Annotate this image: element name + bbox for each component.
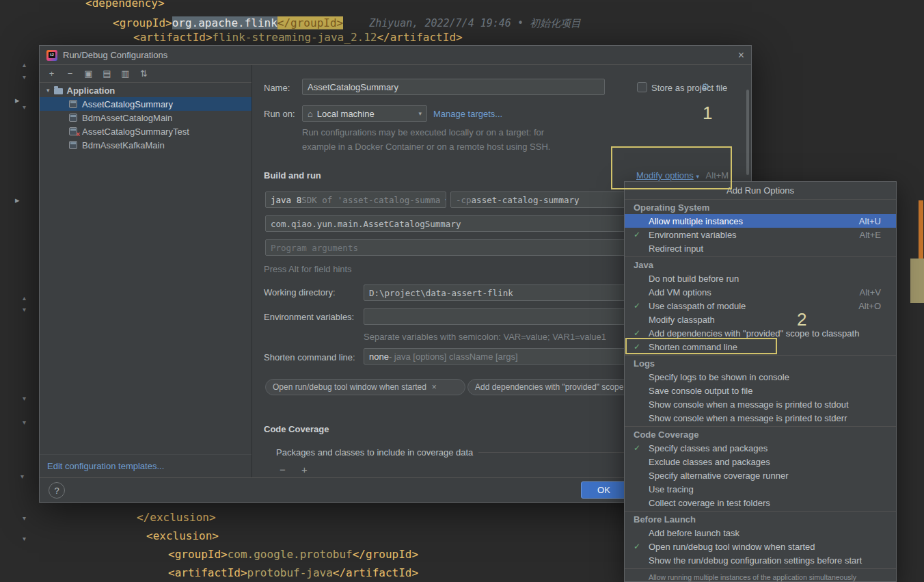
edit-templates-row: Edit configuration templates... — [40, 454, 252, 477]
working-directory-field[interactable]: D:\project\data-assert-flink — [364, 285, 626, 301]
jre-suffix: SDK of 'asset-catalog-summa — [301, 195, 440, 205]
program-arguments-field[interactable]: Program arguments — [265, 239, 626, 256]
gutter-marker-icon: ▾ — [21, 473, 24, 480]
remove-configuration-icon[interactable]: − — [65, 68, 75, 79]
popup-item-label: Use classpath of module — [649, 301, 746, 311]
popup-item-environment-variables[interactable]: ✓Environment variablesAlt+E — [625, 228, 896, 241]
popup-item-label: Modify classpath — [649, 315, 715, 325]
add-configuration-icon[interactable]: + — [46, 68, 57, 79]
popup-section-code-coverage: Code Coverage✓Specify classes and packag… — [625, 426, 896, 510]
tree-item-BdmAssetKafkaMain[interactable]: BdmAssetKafkaMain — [40, 138, 252, 152]
save-configuration-icon[interactable]: ▤ — [102, 68, 112, 79]
close-icon[interactable]: × — [738, 49, 744, 62]
popup-section-header: Operating System — [625, 200, 896, 214]
popup-section-header: Java — [625, 258, 896, 272]
cp-prefix: -cp — [456, 195, 472, 205]
tree-item-BdmAssetCatalogMain[interactable]: BdmAssetCatalogMain — [40, 111, 252, 124]
sort-configurations-icon[interactable]: ⇅ — [139, 68, 149, 79]
chip-add-dependencies[interactable]: Add dependencies with "provided" scope — [467, 379, 645, 395]
popup-item-specify-logs-to-be-shown-in-console[interactable]: Specify logs to be shown in console — [625, 370, 896, 384]
shorten-suffix: - java [options] className [args] — [389, 352, 518, 362]
run-on-select[interactable]: ⌂ Local machine ▾ — [302, 105, 427, 122]
popup-item-collect-coverage-in-test-folders[interactable]: Collect coverage in test folders — [625, 496, 896, 510]
popup-item-redirect-input[interactable]: Redirect input — [625, 241, 896, 255]
coverage-remove-button[interactable]: − — [280, 464, 286, 475]
dialog-scrollbar-thumb[interactable] — [746, 90, 749, 175]
popup-item-use-tracing[interactable]: Use tracing — [625, 482, 896, 496]
code-token-tag: </artifactId> — [333, 566, 418, 579]
tree-item-label: AssetCatalogSummaryTest — [82, 127, 189, 137]
edit-configuration-templates-link[interactable]: Edit configuration templates... — [47, 461, 164, 471]
popup-item-modify-classpath[interactable]: Modify classpath — [625, 313, 896, 326]
popup-item-do-not-build-before-run[interactable]: Do not build before run — [625, 272, 896, 285]
popup-item-label: Environment variables — [649, 230, 737, 240]
help-button[interactable]: ? — [49, 482, 65, 499]
tree-item-AssetCatalogSummary[interactable]: AssetCatalogSummary — [40, 97, 252, 111]
popup-item-save-console-output-to-file[interactable]: Save console output to file — [625, 384, 896, 397]
tree-item-AssetCatalogSummaryTest[interactable]: ×AssetCatalogSummaryTest — [40, 124, 252, 138]
chip-open-tool-window[interactable]: Open run/debug tool window when started … — [265, 379, 465, 395]
manage-targets-link[interactable]: Manage targets... — [433, 109, 502, 119]
popup-title: Add Run Options — [625, 182, 896, 200]
code-token-tag: <artifactId> — [168, 566, 247, 579]
chip-remove-icon[interactable]: × — [432, 382, 437, 392]
popup-item-use-classpath-of-module[interactable]: ✓Use classpath of moduleAlt+O — [625, 299, 896, 313]
popup-item-exclude-classes-and-packages[interactable]: Exclude classes and packages — [625, 455, 896, 468]
popup-item-open-run-debug-tool-window-when-started[interactable]: ✓Open run/debug tool window when started — [625, 540, 896, 553]
environment-variables-field[interactable] — [364, 308, 626, 325]
popup-item-shorten-command-line[interactable]: ✓Shorten command line — [625, 340, 896, 354]
name-input[interactable]: AssetCatalogSummary — [302, 79, 605, 95]
main-class-value: com.qiao.yun.main.AssetCatalogSummary — [271, 219, 461, 229]
gutter-fold-icon[interactable]: ▸ — [15, 96, 20, 105]
popup-item-label: Shorten command line — [649, 342, 737, 352]
coverage-add-button[interactable]: + — [301, 464, 308, 475]
popup-item-label: Do not build before run — [649, 274, 739, 284]
copy-configuration-icon[interactable]: ▣ — [83, 68, 94, 79]
modify-options-link[interactable]: Modify options — [636, 170, 694, 181]
dialog-title-bar: IJ Run/Debug Configurations × — [40, 46, 751, 65]
gutter-marker-icon: ▾ — [23, 104, 26, 111]
popup-item-show-console-when-a-message-is-printed-to-stdout[interactable]: Show console when a message is printed t… — [625, 397, 896, 411]
gutter-fold-icon[interactable]: ▸ — [15, 196, 20, 204]
popup-item-show-the-run-debug-configuration-settings-before-start[interactable]: Show the run/debug configuration setting… — [625, 553, 896, 567]
shorten-command-line-select[interactable]: none - java [options] className [args] — [364, 348, 626, 365]
modify-options-shortcut: Alt+M — [706, 170, 729, 181]
tree-node-application[interactable]: ▾ Application — [40, 83, 252, 97]
popup-item-specify-classes-and-packages[interactable]: ✓Specify classes and packages — [625, 441, 896, 455]
gear-icon[interactable]: ⚙ — [701, 81, 710, 92]
editor-scrollbar-thumb[interactable] — [910, 259, 924, 303]
chevron-down-icon[interactable]: ▾ — [46, 87, 50, 94]
popup-section-java: JavaDo not build before runAdd VM option… — [625, 256, 896, 354]
coverage-packages-row: Packages and classes to include in cover… — [276, 447, 625, 458]
code-coverage-header: Code Coverage — [264, 424, 329, 434]
classpath-module-field[interactable]: -cp asset-catalog-summary — [450, 191, 626, 208]
error-stripe-marker[interactable] — [919, 200, 923, 259]
checkmark-icon: ✓ — [634, 542, 649, 551]
run-on-value: Local machine — [317, 109, 375, 119]
run-on-help-line1: Run configurations may be executed local… — [302, 127, 544, 137]
jre-select[interactable]: java 8 SDK of 'asset-catalog-summa ▾ — [265, 191, 446, 208]
intellij-logo-icon: IJ — [46, 50, 57, 61]
checkmark-icon: ✓ — [634, 342, 649, 352]
ok-button[interactable]: OK — [581, 481, 627, 499]
popup-item-show-console-when-a-message-is-printed-to-stderr[interactable]: Show console when a message is printed t… — [625, 411, 896, 425]
gutter-marker-icon: ▾ — [23, 515, 26, 522]
main-class-field[interactable]: com.qiao.yun.main.AssetCatalogSummary — [265, 215, 626, 232]
popup-section-header: Code Coverage — [625, 427, 896, 441]
working-directory-label: Working directory: — [264, 287, 336, 297]
code-token-tag: <groupId> — [168, 548, 228, 561]
code-line: <artifactId>protobuf-java</artifactId> — [168, 566, 418, 579]
checkmark-icon: ✓ — [634, 230, 649, 239]
environment-variables-hint: Separate variables with semicolon: VAR=v… — [364, 332, 606, 342]
popup-item-add-before-launch-task[interactable]: Add before launch task — [625, 526, 896, 540]
popup-item-label: Specify classes and packages — [649, 443, 767, 453]
popup-item-specify-alternative-coverage-runner[interactable]: Specify alternative coverage runner — [625, 468, 896, 482]
store-as-project-file-checkbox[interactable] — [637, 82, 647, 92]
popup-item-add-vm-options[interactable]: Add VM optionsAlt+V — [625, 285, 896, 299]
modify-options-row: Modify options ▾ Alt+M — [636, 170, 729, 181]
gutter-marker-icon: ▴ — [23, 295, 26, 302]
shortcut-label: Alt+E — [852, 230, 881, 240]
popup-item-add-dependencies-with-provided-scope-to-classpath[interactable]: ✓Add dependencies with "provided" scope … — [625, 326, 896, 340]
folder-configurations-icon[interactable]: ▥ — [120, 68, 131, 79]
popup-item-allow-multiple-instances[interactable]: Allow multiple instancesAlt+U — [625, 214, 896, 228]
